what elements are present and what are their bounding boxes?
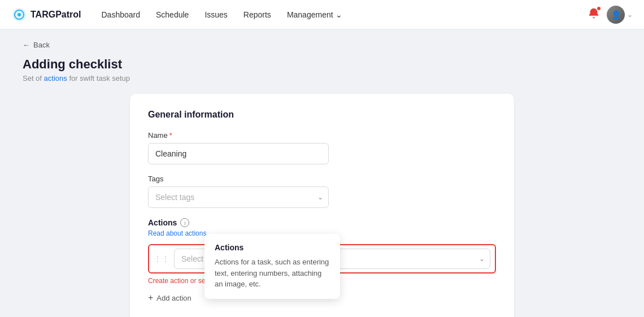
tags-select[interactable]: Select tags — [148, 186, 329, 208]
name-label-text: Name — [148, 131, 168, 140]
brand-logo[interactable]: TARGPatrol — [11, 7, 81, 23]
add-action-button[interactable]: + Add action — [148, 290, 192, 305]
actions-label: Actions — [148, 218, 177, 227]
page-title: Adding checklist — [23, 57, 621, 72]
navbar: TARGPatrol Dashboard Schedule Issues Rep… — [0, 0, 644, 29]
tags-select-wrap: Select tags ⌄ — [148, 186, 329, 208]
page-content: ← Back Adding checklist Set of actions f… — [0, 29, 644, 317]
nav-management-label: Management — [287, 10, 333, 19]
actions-section: Actions i Read about actions Actions Act… — [148, 218, 496, 305]
user-menu[interactable]: 👤 ⌄ — [607, 6, 633, 24]
name-label: Name * — [148, 131, 496, 140]
nav-reports[interactable]: Reports — [237, 7, 278, 23]
nav-issues[interactable]: Issues — [198, 7, 234, 23]
subtitle-rest: for swift task setup — [69, 74, 130, 82]
brand-icon — [11, 7, 27, 23]
tags-label-text: Tags — [148, 175, 163, 183]
actions-tooltip: Actions Actions for a task, such as ente… — [204, 234, 340, 299]
notifications-bell[interactable] — [588, 7, 600, 22]
avatar[interactable]: 👤 — [607, 6, 625, 24]
drag-handle-icon[interactable]: ⋮⋮ — [154, 254, 169, 263]
name-field-group: Name * — [148, 131, 496, 164]
back-arrow-icon: ← — [23, 41, 30, 49]
tooltip-body: Actions for a task, such as entering tex… — [215, 257, 330, 290]
actions-info-icon[interactable]: i — [180, 218, 189, 227]
tooltip-title: Actions — [215, 243, 330, 252]
tags-field-group: Tags Select tags ⌄ — [148, 175, 496, 208]
plus-icon: + — [148, 293, 153, 303]
page-subtitle: Set of actions for swift task setup — [23, 74, 621, 82]
user-chevron-icon: ⌄ — [627, 11, 633, 19]
notification-dot — [597, 6, 601, 11]
nav-links: Dashboard Schedule Issues Reports Manage… — [94, 7, 574, 23]
required-star: * — [169, 131, 172, 140]
nav-schedule[interactable]: Schedule — [149, 7, 195, 23]
nav-management[interactable]: Management ⌄ — [280, 7, 349, 23]
svg-point-1 — [18, 13, 21, 16]
avatar-image: 👤 — [607, 6, 625, 24]
actions-label-row: Actions i — [148, 218, 496, 227]
nav-right: 👤 ⌄ — [588, 6, 633, 24]
back-label: Back — [33, 41, 50, 49]
tags-label: Tags — [148, 175, 496, 183]
add-action-label: Add action — [156, 294, 191, 302]
section-title: General information — [148, 110, 496, 120]
back-link[interactable]: ← Back — [23, 41, 621, 49]
brand-name: TARGPatrol — [31, 10, 81, 20]
nav-dashboard[interactable]: Dashboard — [94, 7, 147, 23]
chevron-down-icon: ⌄ — [336, 10, 342, 19]
name-input[interactable] — [148, 143, 329, 164]
subtitle-text: Set of — [23, 74, 42, 82]
subtitle-link[interactable]: actions — [44, 74, 67, 82]
main-card: General information Name * Tags Select t… — [130, 94, 514, 317]
